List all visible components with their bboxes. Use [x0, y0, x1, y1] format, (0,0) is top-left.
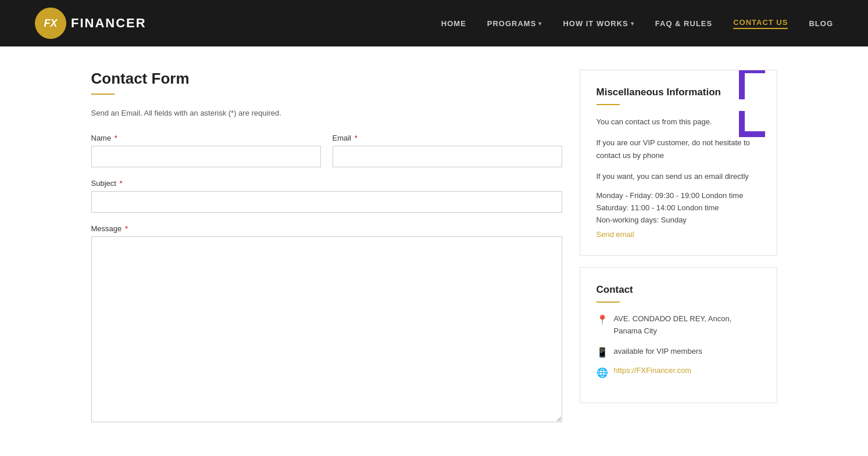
email-label: Email * [333, 134, 562, 142]
form-title-underline [91, 94, 115, 95]
email-group: Email * [333, 134, 562, 167]
form-title: Contact Form [91, 70, 562, 88]
email-input[interactable] [333, 146, 562, 167]
contact-card: Contact 📍 AVE. CONDADO DEL REY, Ancon, P… [580, 267, 777, 403]
globe-icon: 🌐 [596, 367, 608, 378]
misc-info-card: Miscellaneous Information You can contac… [580, 70, 777, 256]
location-icon: 📍 [596, 314, 608, 325]
contact-title: Contact [596, 284, 760, 296]
name-email-row: Name * Email * [91, 134, 562, 167]
subject-group: Subject * [91, 179, 562, 213]
subject-required: * [120, 179, 123, 188]
nav-blog[interactable]: BLOG [809, 19, 833, 28]
misc-hours3: Non-working days: Sunday [596, 216, 760, 224]
nav-how-it-works[interactable]: HOW IT WORKS ▾ [563, 19, 634, 28]
name-required: * [115, 134, 117, 142]
name-input[interactable] [91, 146, 321, 167]
website-row: 🌐 https://FXFinancer.com [596, 366, 760, 378]
programs-chevron-icon: ▾ [538, 20, 542, 27]
nav-contact-us[interactable]: CONTACT US [733, 18, 788, 29]
nav-programs[interactable]: PROGRAMS ▾ [487, 19, 542, 28]
name-group: Name * [91, 134, 321, 167]
send-email-link[interactable]: Send email [596, 230, 760, 239]
misc-hours1: Monday - Friday: 09:30 - 19:00 London ti… [596, 191, 760, 200]
phone-row: 📱 available for VIP members [596, 346, 760, 358]
address-text: AVE. CONDADO DEL REY, Ancon, Panama City [614, 313, 760, 337]
bracket-deco-icon [730, 70, 777, 142]
form-description: Send an Email. All fields with an asteri… [91, 109, 562, 117]
main-container: Contact Form Send an Email. All fields w… [56, 46, 812, 446]
nav-faq[interactable]: FAQ & RULES [655, 19, 712, 28]
address-row: 📍 AVE. CONDADO DEL REY, Ancon, Panama Ci… [596, 313, 760, 337]
name-label: Name * [91, 134, 321, 142]
phone-text: available for VIP members [614, 346, 702, 358]
message-required: * [125, 224, 128, 233]
misc-hours2: Saturday: 11:00 - 14:00 London time [596, 203, 760, 212]
misc-underline [596, 104, 620, 105]
message-textarea[interactable] [91, 236, 562, 422]
sidebar: Miscellaneous Information You can contac… [580, 70, 777, 403]
subject-label: Subject * [91, 179, 562, 188]
nav-home[interactable]: HOME [441, 19, 466, 28]
logo-icon: FX [35, 8, 66, 39]
misc-line3: If you want, you can send us an email di… [596, 170, 760, 183]
email-required: * [355, 134, 358, 142]
main-nav: HOME PROGRAMS ▾ HOW IT WORKS ▾ FAQ & RUL… [441, 18, 833, 29]
contact-form-section: Contact Form Send an Email. All fields w… [91, 70, 562, 422]
contact-underline [596, 301, 620, 303]
phone-icon: 📱 [596, 347, 608, 358]
message-group: Message * [91, 224, 562, 422]
subject-input[interactable] [91, 191, 562, 213]
logo-text: FINANCER [71, 16, 147, 31]
website-link[interactable]: https://FXFinancer.com [614, 366, 692, 375]
header: FX FINANCER HOME PROGRAMS ▾ HOW IT WORKS… [0, 0, 868, 46]
message-label: Message * [91, 224, 562, 233]
how-it-works-chevron-icon: ▾ [631, 20, 634, 27]
logo[interactable]: FX FINANCER [35, 8, 147, 39]
